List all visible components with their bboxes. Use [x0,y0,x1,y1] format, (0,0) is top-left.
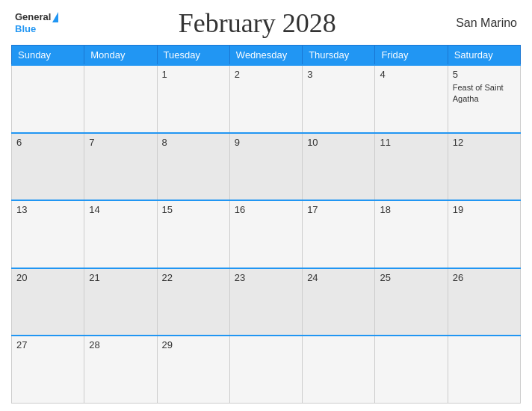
day-cell-w4-d6: 25 [375,268,448,336]
day-number-15: 15 [162,204,225,215]
col-header-monday: Monday [84,46,157,66]
day-cell-w2-d6: 11 [375,133,448,201]
day-number-16: 16 [235,204,297,215]
calendar-body: 12345Feast of Saint Agatha67891011121314… [12,65,521,404]
day-cell-w5-d6 [375,336,448,404]
day-cell-w4-d4: 23 [229,268,302,336]
day-cell-w3-d4: 16 [229,200,302,268]
day-number-4: 4 [380,69,442,80]
days-header-row: Sunday Monday Tuesday Wednesday Thursday… [12,46,521,66]
day-number-12: 12 [453,137,516,148]
logo-general-text: General [15,11,51,23]
country-name: San Marino [456,16,517,30]
day-number-29: 29 [162,339,225,350]
day-cell-w5-d2: 28 [84,336,157,404]
day-cell-w3-d1: 13 [12,200,84,268]
day-cell-w2-d2: 7 [84,133,157,201]
logo: General Blue [15,11,58,34]
day-cell-w3-d7: 19 [448,200,520,268]
day-cell-w4-d3: 22 [157,268,229,336]
month-title: February 2028 [179,7,336,39]
day-number-24: 24 [307,272,370,283]
col-header-thursday: Thursday [303,46,375,66]
calendar-table: Sunday Monday Tuesday Wednesday Thursday… [11,45,521,404]
day-number-21: 21 [89,272,152,283]
week-row-3: 13141516171819 [12,200,521,268]
day-cell-w2-d5: 10 [303,133,375,201]
day-number-14: 14 [89,204,152,215]
day-number-25: 25 [380,272,442,283]
day-cell-w5-d1: 27 [12,336,84,404]
event-text-5: Feast of Saint Agatha [453,83,504,103]
calendar-thead: Sunday Monday Tuesday Wednesday Thursday… [12,46,521,66]
day-cell-w2-d1: 6 [12,133,84,201]
day-cell-w3-d3: 15 [157,200,229,268]
calendar-header: General Blue February 2028 San Marino [11,7,521,39]
day-number-9: 9 [235,137,297,148]
day-cell-w1-d2 [84,65,157,133]
day-number-6: 6 [16,137,79,148]
col-header-tuesday: Tuesday [157,46,229,66]
day-number-20: 20 [16,272,79,283]
day-number-1: 1 [162,69,225,80]
day-cell-w4-d7: 26 [448,268,520,336]
day-cell-w3-d2: 14 [84,200,157,268]
day-cell-w5-d3: 29 [157,336,229,404]
week-row-2: 6789101112 [12,133,521,201]
day-number-26: 26 [453,272,516,283]
day-number-5: 5 [453,69,516,80]
col-header-saturday: Saturday [448,46,520,66]
logo-triangle-icon [52,12,58,22]
day-cell-w1-d4: 2 [229,65,302,133]
day-number-8: 8 [162,137,225,148]
day-cell-w5-d4 [229,336,302,404]
day-number-11: 11 [380,137,442,148]
day-number-22: 22 [162,272,225,283]
day-cell-w1-d7: 5Feast of Saint Agatha [448,65,520,133]
col-header-wednesday: Wednesday [229,46,302,66]
day-number-23: 23 [235,272,297,283]
day-cell-w2-d3: 8 [157,133,229,201]
day-number-7: 7 [89,137,152,148]
day-number-3: 3 [307,69,370,80]
week-row-5: 272829 [12,336,521,404]
col-header-sunday: Sunday [12,46,84,66]
day-number-13: 13 [16,204,79,215]
day-number-28: 28 [89,339,152,350]
col-header-friday: Friday [375,46,448,66]
day-number-27: 27 [16,339,79,350]
day-cell-w4-d1: 20 [12,268,84,336]
day-cell-w4-d2: 21 [84,268,157,336]
day-cell-w5-d7 [448,336,520,404]
day-cell-w5-d5 [303,336,375,404]
day-cell-w2-d7: 12 [448,133,520,201]
day-number-19: 19 [453,204,516,215]
day-cell-w1-d6: 4 [375,65,448,133]
day-cell-w1-d5: 3 [303,65,375,133]
logo-blue-text: Blue [15,23,58,35]
day-cell-w3-d5: 17 [303,200,375,268]
calendar-container: General Blue February 2028 San Marino Su… [0,0,532,411]
day-cell-w1-d1 [12,65,84,133]
day-number-17: 17 [307,204,370,215]
day-number-2: 2 [235,69,297,80]
day-cell-w3-d6: 18 [375,200,448,268]
day-number-10: 10 [307,137,370,148]
day-cell-w2-d4: 9 [229,133,302,201]
day-number-18: 18 [380,204,442,215]
week-row-1: 12345Feast of Saint Agatha [12,65,521,133]
day-cell-w1-d3: 1 [157,65,229,133]
week-row-4: 20212223242526 [12,268,521,336]
day-cell-w4-d5: 24 [303,268,375,336]
